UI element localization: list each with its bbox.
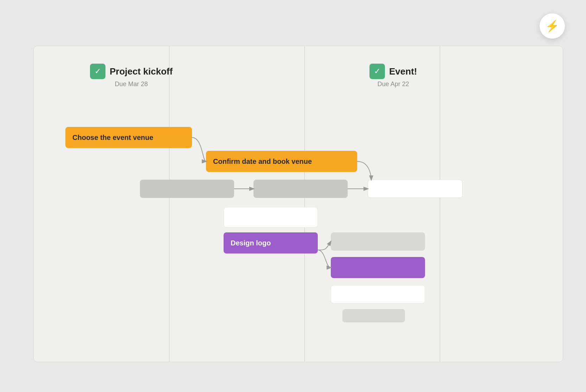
milestone-line-1 (169, 46, 169, 362)
task-white-3[interactable] (331, 285, 425, 303)
task-gray-3[interactable] (331, 232, 425, 251)
task-design-logo[interactable]: Design logo (224, 232, 318, 253)
milestone-kickoff-header: ✓ Project kickoff (90, 64, 173, 79)
milestone-event-due: Due Apr 22 (378, 81, 409, 88)
milestone-kickoff: ✓ Project kickoff Due Mar 28 (90, 64, 173, 88)
milestone-line-3 (440, 46, 440, 362)
task-purple-2[interactable] (331, 257, 425, 278)
task-gray-1[interactable] (140, 180, 234, 198)
task-confirm-date[interactable]: Confirm date and book venue (206, 151, 357, 172)
lightning-icon: ⚡ (545, 19, 559, 33)
task-gray-4[interactable] (342, 309, 405, 322)
dependency-arrows (34, 46, 563, 362)
task-choose-venue[interactable]: Choose the event venue (65, 127, 192, 148)
milestone-line-2 (304, 46, 305, 362)
project-canvas: ✓ Project kickoff Due Mar 28 ✓ Event! Du… (33, 46, 563, 362)
lightning-button[interactable]: ⚡ (540, 13, 565, 39)
milestone-event-icon: ✓ (369, 64, 385, 79)
milestone-event: ✓ Event! Due Apr 22 (369, 64, 417, 88)
milestone-event-header: ✓ Event! (369, 64, 417, 79)
milestone-kickoff-due: Due Mar 28 (115, 81, 148, 88)
task-white-2[interactable] (224, 207, 318, 227)
milestone-kickoff-title: Project kickoff (110, 66, 173, 77)
task-white-1[interactable] (368, 180, 463, 198)
milestone-event-title: Event! (389, 66, 417, 77)
task-gray-2[interactable] (253, 180, 348, 198)
milestone-kickoff-icon: ✓ (90, 64, 105, 79)
